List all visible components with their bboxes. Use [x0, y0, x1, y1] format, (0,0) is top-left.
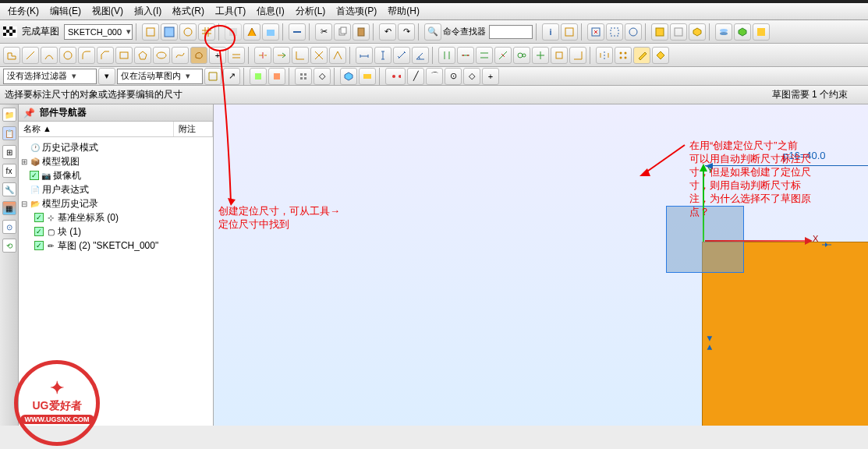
menu-prefs[interactable]: 首选项(P)	[331, 3, 381, 19]
constr-icon[interactable]	[513, 47, 530, 64]
menu-edit[interactable]: 编辑(E)	[45, 3, 86, 19]
filter-select[interactable]: 没有选择过滤器	[3, 69, 97, 84]
tool-icon[interactable]	[142, 23, 159, 41]
tree-item-datum[interactable]: ✓⊹ 基准坐标系 (0)	[20, 210, 211, 224]
tool-icon[interactable]	[204, 68, 221, 85]
nav-tab-icon[interactable]: ⊙	[2, 220, 16, 234]
tool-icon[interactable]	[295, 68, 312, 85]
undo-icon[interactable]: ↶	[379, 23, 396, 41]
layer-icon[interactable]	[715, 23, 732, 41]
tool-icon[interactable]: ◇	[314, 68, 331, 85]
trim-icon[interactable]	[254, 47, 271, 64]
nav-tab-icon[interactable]: ▦	[2, 201, 16, 215]
constr-icon[interactable]	[457, 47, 474, 64]
nav-tab-icon[interactable]: 🔧	[2, 182, 16, 196]
nav-tab-icon[interactable]: 📋	[2, 126, 16, 140]
tree-item-user-expr[interactable]: 📄 用户表达式	[20, 182, 211, 196]
offset-icon[interactable]	[228, 47, 245, 64]
chamfer-icon[interactable]	[97, 47, 114, 64]
nav-tab-icon[interactable]: ⟲	[2, 239, 16, 253]
col-note[interactable]: 附注	[174, 122, 213, 136]
copy-icon[interactable]	[334, 23, 351, 41]
tree-item-model-history[interactable]: ⊟📂 模型历史记录	[20, 196, 211, 210]
tool-icon[interactable]	[250, 68, 267, 85]
dim-par-icon[interactable]	[393, 47, 410, 64]
scope-select[interactable]: 仅在活动草图内	[117, 69, 203, 84]
profile-icon[interactable]	[3, 47, 20, 64]
tool-icon[interactable]	[652, 47, 669, 64]
spline-icon[interactable]	[172, 47, 189, 64]
tool-icon[interactable]: ↗	[223, 68, 240, 85]
redo-icon[interactable]: ↷	[398, 23, 415, 41]
zoom-icon[interactable]	[606, 23, 623, 41]
constr-icon[interactable]	[494, 47, 512, 64]
command-finder-input[interactable]	[489, 25, 533, 39]
tool-icon[interactable]	[179, 23, 197, 41]
menu-format[interactable]: 格式(R)	[168, 3, 209, 19]
menu-info[interactable]: 信息(I)	[252, 3, 289, 19]
nav-tab-icon[interactable]: ⊞	[2, 145, 16, 159]
constr-icon[interactable]	[438, 47, 455, 64]
extend-icon[interactable]	[273, 47, 290, 64]
constr-icon[interactable]	[569, 47, 586, 64]
fit-icon[interactable]	[587, 23, 604, 41]
snap-int-icon[interactable]: +	[482, 68, 499, 85]
pan-icon[interactable]	[625, 23, 642, 41]
tool-icon[interactable]	[689, 23, 706, 41]
slot-icon[interactable]	[190, 47, 207, 64]
arc-icon[interactable]	[41, 47, 58, 64]
tree-item-block[interactable]: ✓▢ 块 (1)	[20, 224, 211, 239]
rect-icon[interactable]	[115, 47, 133, 64]
tool-icon[interactable]	[243, 23, 260, 41]
menu-insert[interactable]: 插入(I)	[129, 3, 166, 19]
corner-icon[interactable]	[292, 47, 309, 64]
nav-pin-icon[interactable]: 📌	[23, 108, 35, 118]
nav-tab-icon[interactable]: 📁	[2, 108, 16, 122]
fillet-icon[interactable]	[78, 47, 95, 64]
tree-item-model-view[interactable]: ⊞📦 模型视图	[20, 154, 211, 168]
tree-item-sketch[interactable]: ✓✏ 草图 (2) "SKETCH_000"	[20, 239, 211, 253]
ellipse-icon[interactable]	[153, 47, 170, 64]
tool-icon[interactable]	[268, 68, 285, 85]
line-icon[interactable]	[22, 47, 39, 64]
tool-icon[interactable]	[753, 23, 770, 41]
tool-icon[interactable]	[359, 68, 376, 85]
tool-icon[interactable]	[340, 68, 357, 85]
wire-icon[interactable]	[670, 23, 687, 41]
filter-icon[interactable]: ▾	[98, 68, 115, 85]
finish-sketch-button[interactable]: 完成草图	[19, 25, 62, 38]
snap-quad-icon[interactable]: ◇	[463, 68, 480, 85]
paste-icon[interactable]	[353, 23, 370, 41]
tool-icon[interactable]	[161, 23, 178, 41]
menu-tools[interactable]: 工具(T)	[211, 3, 250, 19]
tool-icon[interactable]	[262, 23, 279, 41]
tool-icon[interactable]	[561, 23, 578, 41]
polygon-icon[interactable]	[134, 47, 151, 64]
menu-analysis[interactable]: 分析(L)	[291, 3, 331, 19]
pattern-icon[interactable]	[615, 47, 632, 64]
snap-ctr-icon[interactable]: ⊙	[445, 68, 462, 85]
paint-icon[interactable]	[633, 47, 650, 64]
finish-flag-icon[interactable]	[3, 27, 17, 37]
constr-icon[interactable]	[551, 47, 568, 64]
circle-icon[interactable]	[59, 47, 76, 64]
cut-icon[interactable]: ✂	[315, 23, 332, 41]
snap-end-icon[interactable]: ╱	[407, 68, 424, 85]
tool-icon[interactable]	[734, 23, 751, 41]
dim-v-icon[interactable]	[374, 47, 391, 64]
nav-tab-icon[interactable]: fx	[2, 164, 16, 178]
sketch-select[interactable]: SKETCH_000	[64, 24, 133, 40]
tree-item-history-mode[interactable]: 🕐 历史记录模式	[20, 140, 211, 154]
tree-item-camera[interactable]: ✓📷 摄像机	[20, 168, 211, 182]
shade-icon[interactable]	[651, 23, 668, 41]
tool-icon[interactable]	[329, 47, 346, 64]
info-icon[interactable]: i	[542, 23, 559, 41]
menu-help[interactable]: 帮助(H)	[383, 3, 424, 19]
constr-icon[interactable]	[532, 47, 549, 64]
menu-tasks[interactable]: 任务(K)	[3, 3, 44, 19]
constr-icon[interactable]	[476, 47, 493, 64]
tool-icon[interactable]	[289, 23, 306, 41]
dim-h-icon[interactable]	[356, 47, 373, 64]
tool-icon[interactable]	[310, 47, 328, 64]
menu-view[interactable]: 视图(V)	[87, 3, 128, 19]
